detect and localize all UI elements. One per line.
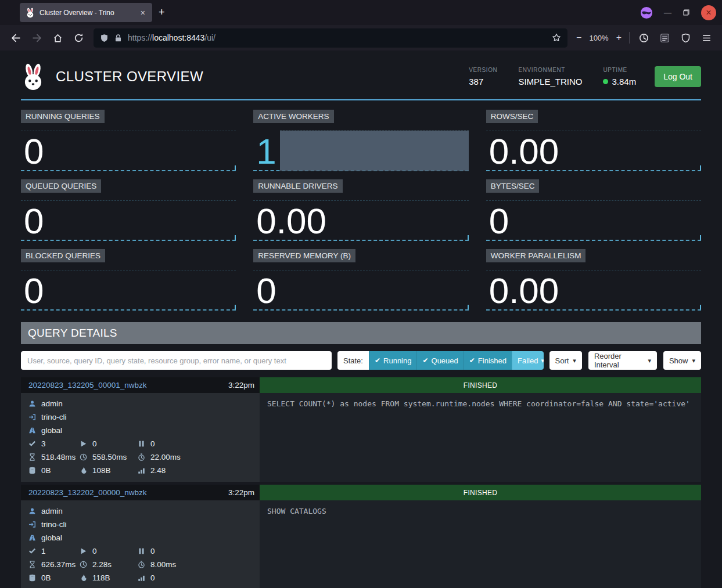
stat-tile-running-queries: RUNNING QUERIES 0 <box>21 110 236 174</box>
resource-group-road-icon <box>28 534 36 542</box>
query-resource-group: global <box>41 533 62 542</box>
stat-value: 0.00 <box>489 135 559 168</box>
reorder-interval-dropdown[interactable]: Reorder Interval▾ <box>588 351 657 370</box>
cumulative-memory-value: 118B <box>92 573 110 582</box>
parallelism-bars-icon <box>138 467 145 474</box>
back-button[interactable] <box>6 28 26 48</box>
clock-icon <box>80 561 87 568</box>
tab-close-button[interactable]: × <box>138 8 148 17</box>
stat-label: WORKER PARALLELISM <box>486 249 586 262</box>
zoom-level[interactable]: 100% <box>589 34 608 42</box>
show-dropdown[interactable]: Show▾ <box>663 351 701 370</box>
cpu-time-value: 8.00ms <box>150 560 176 569</box>
home-button[interactable] <box>48 28 67 48</box>
environment-label: ENVIRONMENT <box>518 67 582 73</box>
zoom-out-button[interactable]: − <box>576 33 581 43</box>
state-filter-queued[interactable]: ✔Queued <box>416 351 463 370</box>
query-user: admin <box>41 507 63 515</box>
stat-value: 0 <box>489 205 509 237</box>
cumulative-memory: 108B <box>80 466 138 475</box>
fire-icon <box>80 467 87 474</box>
sign-in-icon <box>28 521 36 528</box>
query-body: admin trino-cli global 3 0 0 518.48ms 55… <box>21 393 701 482</box>
state-filter-group: State: ✔Running ✔Queued ✔Finished Failed… <box>337 351 544 370</box>
lock-icon[interactable] <box>114 34 123 42</box>
query-id-link[interactable]: 20220823_132202_00000_nwbzk <box>28 488 146 497</box>
uptime-label: UPTIME <box>603 67 636 73</box>
current-memory-value: 0B <box>41 573 51 582</box>
bookmark-star-icon[interactable] <box>552 33 561 42</box>
total-time-value: 558.50ms <box>92 453 127 461</box>
state-finished-label: Finished <box>478 356 507 365</box>
wall-time: 626.37ms <box>28 560 80 569</box>
stat-tile-reserved-memory: RESERVED MEMORY (B) 0 <box>253 249 468 313</box>
url-bar[interactable]: https://localhost:8443/ui/ <box>94 28 567 48</box>
forward-button[interactable] <box>27 28 46 48</box>
stat-tile-worker-parallelism: WORKER PARALLELISM 0.00 <box>486 249 701 313</box>
database-icon <box>28 467 36 474</box>
sparkline <box>486 240 701 241</box>
play-icon <box>80 440 87 448</box>
new-tab-button[interactable]: + <box>152 6 171 19</box>
stat-label: RUNNING QUERIES <box>21 110 105 123</box>
cpu-time-value: 22.00ms <box>150 453 181 461</box>
zoom-in-button[interactable]: + <box>616 33 622 43</box>
sort-dropdown[interactable]: Sort▾ <box>549 351 582 370</box>
state-queued-label: Queued <box>432 356 458 365</box>
tab-title: Cluster Overview - Trino <box>39 9 134 17</box>
wall-time-value: 518.48ms <box>41 453 76 461</box>
reload-button[interactable] <box>69 28 88 48</box>
uptime-value: 3.84m <box>612 77 636 86</box>
hourglass-icon <box>28 561 36 568</box>
clock-icon <box>639 33 649 43</box>
back-arrow-icon <box>11 33 21 43</box>
query-sql-text: SHOW CATALOGS <box>260 500 701 588</box>
tracking-protection-shield-icon[interactable] <box>100 34 109 42</box>
sparkline <box>21 309 236 311</box>
profile-mask-icon[interactable] <box>640 6 653 19</box>
stat-value: 1 <box>256 135 276 168</box>
query-times-row: 518.48ms 558.50ms 22.00ms <box>21 450 260 464</box>
parallelism: 0 <box>138 573 252 582</box>
running-splits: 0 <box>80 547 138 555</box>
window-close-button[interactable]: × <box>701 5 716 20</box>
version-label: VERSION <box>469 67 497 73</box>
completed-splits-value: 1 <box>41 547 46 555</box>
parallelism-bars-icon <box>138 574 145 582</box>
window-restore-button[interactable] <box>683 9 690 16</box>
user-icon <box>28 400 36 407</box>
logout-button[interactable]: Log Out <box>655 66 701 87</box>
query-header-meta: 20220823_132202_00000_nwbzk 3:22pm <box>21 485 260 500</box>
sparkline-gridline <box>21 200 236 201</box>
state-filter-running[interactable]: ✔Running <box>369 351 417 370</box>
forward-arrow-icon <box>32 33 42 43</box>
sparkline-gridline <box>21 131 236 131</box>
extension-button[interactable] <box>655 28 674 48</box>
query-time: 3:22pm <box>228 381 254 389</box>
query-memory-row: 0B 118B 0 <box>21 571 260 585</box>
query-resource-group-row: global <box>21 424 260 437</box>
state-filter-finished[interactable]: ✔Finished <box>464 351 512 370</box>
state-filter-label: State: <box>337 351 369 370</box>
wall-time-value: 626.37ms <box>41 560 76 569</box>
stat-label: BYTES/SEC <box>486 179 540 193</box>
environment-meta: ENVIRONMENT SIMPLE_TRINO <box>518 67 582 86</box>
user-icon <box>28 507 36 515</box>
sign-in-icon <box>28 413 36 421</box>
browser-tab[interactable]: Cluster Overview - Trino × <box>20 3 152 22</box>
cpu-time: 8.00ms <box>138 560 252 569</box>
state-filter-failed-dropdown[interactable]: Failed▾ <box>512 351 544 370</box>
history-button[interactable] <box>634 28 653 48</box>
toolbar-divider <box>629 32 630 44</box>
query-id-link[interactable]: 20220823_132205_00001_nwbzk <box>28 381 146 389</box>
running-splits-value: 0 <box>92 439 97 448</box>
page-title: CLUSTER OVERVIEW <box>56 68 203 85</box>
parallelism-value: 2.48 <box>150 466 166 475</box>
query-time: 3:22pm <box>228 488 254 497</box>
check-icon: ✔ <box>469 357 475 364</box>
window-minimize-button[interactable]: — <box>664 9 671 16</box>
protections-button[interactable] <box>676 28 695 48</box>
menu-button[interactable] <box>696 28 716 48</box>
query-search-input[interactable] <box>21 351 332 370</box>
completed-splits: 3 <box>28 439 80 448</box>
